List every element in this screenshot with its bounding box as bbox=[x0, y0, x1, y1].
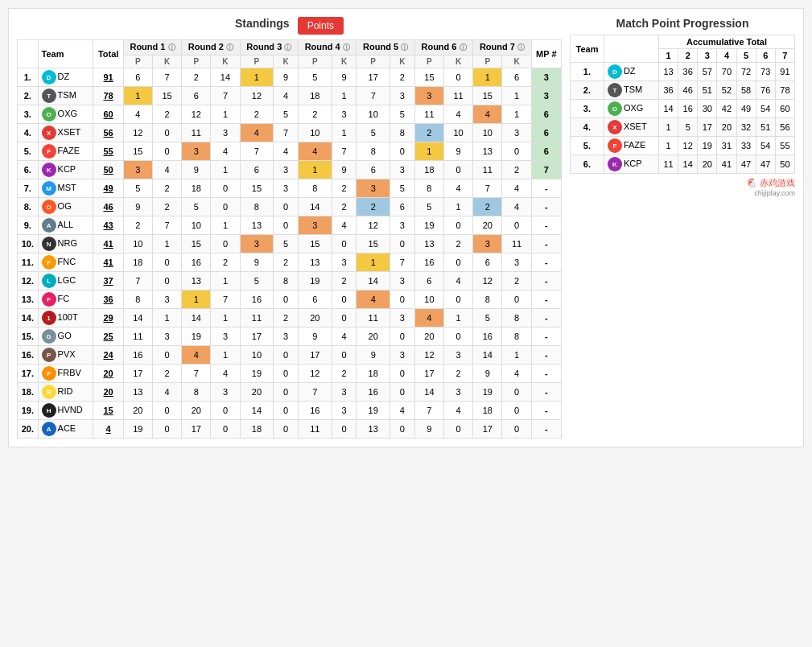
team-cell: FFNC bbox=[38, 253, 93, 272]
watermark: 🐔 赤鸡游戏 chijiplay.com bbox=[570, 174, 795, 197]
team-header: Team bbox=[38, 40, 93, 68]
r7-k: K bbox=[502, 56, 531, 68]
mp-header: MP # bbox=[531, 40, 561, 68]
r3-p: P bbox=[240, 56, 274, 68]
points-button[interactable]: Points bbox=[298, 17, 344, 35]
table-row: 10.NNRG4110115035150150132311- bbox=[18, 235, 562, 253]
prog-row: 1.DDZ13365770727391 bbox=[571, 63, 795, 81]
team-cell: OOXG bbox=[38, 105, 93, 124]
r6-p: P bbox=[414, 56, 443, 68]
table-row: 2.TTSM7811567124181733111513 bbox=[18, 87, 562, 105]
team-cell: TTSM bbox=[38, 87, 93, 105]
team-cell: OOG bbox=[38, 198, 93, 216]
r4-k: K bbox=[332, 56, 357, 68]
prog-row: 3.OOXG14163042495460 bbox=[571, 100, 795, 118]
r6-k: K bbox=[444, 56, 473, 68]
prog-header-row-1: Team Accumulative Total bbox=[571, 35, 795, 49]
team-cell: FFRBV bbox=[38, 365, 93, 383]
table-row: 19.HHVND1520020014016319474180- bbox=[18, 402, 562, 420]
prog-body: 1.DDZ133657707273912.TTSM364651525876783… bbox=[571, 63, 795, 174]
table-row: 7.MMST495218015382358474- bbox=[18, 179, 562, 198]
round2-header: Round 2 ⓘ bbox=[182, 40, 240, 56]
team-cell: DDZ bbox=[38, 68, 93, 87]
standings-section: Standings Points Team Total Round 1 ⓘ Ro… bbox=[17, 17, 562, 439]
round7-header: Round 7 ⓘ bbox=[473, 40, 531, 56]
team-cell: HHVND bbox=[38, 402, 93, 420]
standings-title: Standings bbox=[235, 17, 290, 30]
prog-row: 5.FFAZE1121931335455 bbox=[571, 137, 795, 155]
standings-title-row: Standings Points bbox=[17, 17, 562, 35]
team-cell: KKCP bbox=[38, 161, 93, 179]
team-cell: FFAZE bbox=[38, 142, 93, 161]
table-row: 8.OOG46925080142265124- bbox=[18, 198, 562, 216]
total-header: Total bbox=[93, 40, 123, 68]
progression-section: Match Point Progression Team Accumulativ… bbox=[570, 17, 795, 439]
prog-acc-header: Accumulative Total bbox=[659, 35, 795, 49]
table-row: 4.XXSET5612011347101582101036 bbox=[18, 124, 562, 142]
prog-row: 2.TTSM36465152587678 bbox=[571, 81, 795, 100]
r1-p: P bbox=[123, 56, 152, 68]
table-row: 18.RRID201348320073160143190- bbox=[18, 383, 562, 402]
table-row: 13.FFC368317160604010080- bbox=[18, 291, 562, 309]
table-row: 11.FFNC41180162921331716063- bbox=[18, 253, 562, 272]
prog-r4: 4 bbox=[717, 49, 736, 63]
standings-body: 1.DDZ916721419591721501632.TTSM781156712… bbox=[18, 68, 562, 439]
team-cell: XXSET bbox=[38, 124, 93, 142]
table-row: 20.AACE419017018011013090170- bbox=[18, 420, 562, 439]
r5-p: P bbox=[357, 56, 390, 68]
prog-r3: 3 bbox=[698, 49, 717, 63]
rank-header bbox=[18, 40, 39, 68]
round6-header: Round 6 ⓘ bbox=[414, 40, 472, 56]
prog-row: 4.XXSET151720325156 bbox=[571, 118, 795, 137]
team-cell: FFC bbox=[38, 291, 93, 309]
table-row: 9.AALL432710113034123190200- bbox=[18, 216, 562, 235]
team-cell: NNRG bbox=[38, 235, 93, 253]
r2-p: P bbox=[182, 56, 211, 68]
team-cell: PPVX bbox=[38, 346, 93, 365]
team-cell: GGO bbox=[38, 328, 93, 346]
prog-r6: 6 bbox=[756, 49, 775, 63]
round3-header: Round 3 ⓘ bbox=[240, 40, 298, 56]
main-container: Standings Points Team Total Round 1 ⓘ Ro… bbox=[8, 8, 804, 447]
progression-table: Team Accumulative Total 1 2 3 4 5 6 7 bbox=[570, 35, 795, 174]
table-row: 6.KKCP5034916319631801127 bbox=[18, 161, 562, 179]
r4-p: P bbox=[298, 56, 332, 68]
header-row-1: Team Total Round 1 ⓘ Round 2 ⓘ Round 3 ⓘ… bbox=[18, 40, 562, 56]
standings-table: Team Total Round 1 ⓘ Round 2 ⓘ Round 3 ⓘ… bbox=[17, 39, 562, 439]
r5-k: K bbox=[390, 56, 415, 68]
prog-r2: 2 bbox=[678, 49, 698, 63]
prog-team-name-header bbox=[604, 35, 658, 63]
round1-header: Round 1 ⓘ bbox=[123, 40, 181, 56]
table-row: 1.DDZ91672141959172150163 bbox=[18, 68, 562, 87]
table-row: 15.GGO2511319317394200200168- bbox=[18, 328, 562, 346]
prog-row: 6.KKCP11142041474750 bbox=[571, 155, 795, 174]
table-row: 17.FFRBV201727419012218017294- bbox=[18, 365, 562, 383]
r1-k: K bbox=[152, 56, 181, 68]
table-row: 12.LLGC37701315819214364122- bbox=[18, 272, 562, 291]
team-cell: AACE bbox=[38, 420, 93, 439]
top-headers: Standings Points Team Total Round 1 ⓘ Ro… bbox=[17, 17, 795, 439]
progression-title: Match Point Progression bbox=[570, 17, 795, 30]
table-row: 3.OOXG60421212523105114416 bbox=[18, 105, 562, 124]
team-cell: 1100T bbox=[38, 309, 93, 328]
table-row: 14.1100T291411411122001134158- bbox=[18, 309, 562, 328]
table-row: 16.PPVX241604110017093123141- bbox=[18, 346, 562, 365]
prog-team-header: Team bbox=[571, 35, 604, 63]
team-cell: MMST bbox=[38, 179, 93, 198]
round4-header: Round 4 ⓘ bbox=[298, 40, 356, 56]
table-row: 5.FFAZE5515034744780191306 bbox=[18, 142, 562, 161]
r7-p: P bbox=[473, 56, 502, 68]
prog-r5: 5 bbox=[736, 49, 756, 63]
round5-header: Round 5 ⓘ bbox=[357, 40, 414, 56]
team-cell: LLGC bbox=[38, 272, 93, 291]
prog-r7: 7 bbox=[775, 49, 794, 63]
team-cell: RRID bbox=[38, 383, 93, 402]
team-cell: AALL bbox=[38, 216, 93, 235]
r3-k: K bbox=[274, 56, 299, 68]
prog-r1: 1 bbox=[659, 49, 678, 63]
r2-k: K bbox=[211, 56, 240, 68]
